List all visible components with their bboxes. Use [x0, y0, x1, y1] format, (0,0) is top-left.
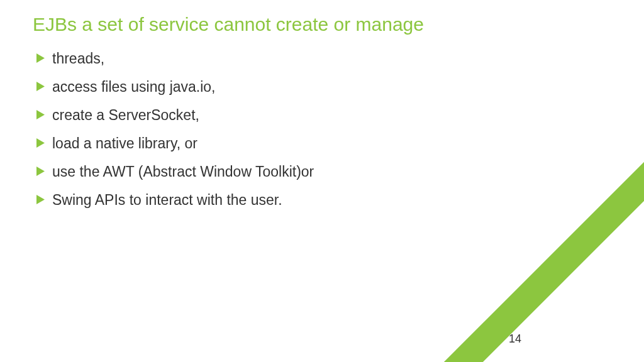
- bullet-text: load a native library, or: [52, 134, 197, 153]
- slide-title: EJBs a set of service cannot create or m…: [33, 14, 611, 35]
- svg-marker-2: [36, 110, 45, 119]
- bullet-text: threads,: [52, 49, 104, 69]
- list-item: access files using java.io,: [36, 77, 611, 97]
- bullet-text: access files using java.io,: [52, 77, 216, 97]
- page-number: 14: [509, 332, 521, 346]
- svg-marker-1: [36, 82, 45, 91]
- svg-marker-0: [36, 53, 45, 63]
- list-item: load a native library, or: [36, 134, 611, 153]
- bullet-list: threads, access files using java.io, cre…: [33, 49, 611, 210]
- bullet-triangle-icon: [36, 110, 46, 122]
- bullet-text: create a ServerSocket,: [52, 106, 199, 125]
- bullet-text: use the AWT (Abstract Window Toolkit)or: [52, 162, 314, 182]
- bullet-triangle-icon: [36, 82, 46, 94]
- list-item: Swing APIs to interact with the user.: [36, 190, 611, 210]
- list-item: threads,: [36, 49, 611, 69]
- slide-content: EJBs a set of service cannot create or m…: [0, 0, 644, 210]
- list-item: use the AWT (Abstract Window Toolkit)or: [36, 162, 611, 182]
- bullet-triangle-icon: [36, 167, 46, 178]
- bullet-triangle-icon: [36, 53, 46, 65]
- bullet-text: Swing APIs to interact with the user.: [52, 190, 282, 210]
- svg-marker-3: [36, 138, 45, 148]
- svg-marker-4: [36, 167, 45, 176]
- svg-marker-5: [36, 195, 45, 204]
- bullet-triangle-icon: [36, 195, 46, 207]
- bullet-triangle-icon: [36, 138, 46, 150]
- list-item: create a ServerSocket,: [36, 106, 611, 125]
